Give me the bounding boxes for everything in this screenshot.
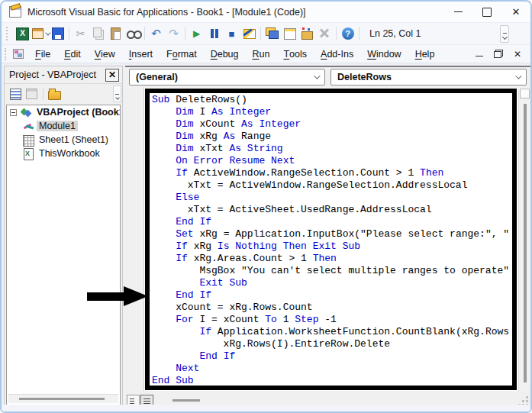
code-line: xRg.Rows(I).EntireRow.Delete — [152, 338, 512, 350]
redo-icon[interactable] — [165, 25, 182, 42]
view-object-icon[interactable] — [24, 86, 40, 102]
menubar-grip[interactable] — [5, 48, 8, 60]
cut-icon[interactable] — [72, 25, 89, 42]
save-icon[interactable] — [49, 25, 66, 42]
sheet-icon — [22, 134, 34, 146]
menu-debug[interactable]: Debug — [204, 45, 246, 63]
design-mode-icon[interactable] — [240, 25, 258, 42]
collapse-icon[interactable] — [10, 109, 17, 116]
window-controls — [443, 2, 530, 22]
code-horizontal-scrollbar[interactable] — [156, 395, 515, 405]
menu-window[interactable]: Window — [360, 45, 408, 63]
code-line: For I = xCount To 1 Step -1 — [152, 314, 512, 326]
view-code-icon[interactable] — [8, 86, 24, 102]
toolbar-group — [72, 25, 142, 42]
tree-item-thisworkbook[interactable]: ThisWorkbook — [7, 147, 120, 160]
chevron-down-icon — [314, 73, 320, 79]
undo-icon[interactable] — [147, 25, 165, 42]
vba-editor-window: Microsoft Visual Basic for Applications … — [0, 0, 532, 413]
properties-window-icon[interactable] — [281, 25, 298, 42]
code-line: Dim I As Integer — [152, 106, 512, 118]
module-window-icon — [13, 49, 24, 59]
project-explorer-panel: Project - VBAProject VBAProject (Book1)M… — [4, 66, 123, 408]
menu-format[interactable]: Format — [160, 45, 204, 63]
code-line: If ActiveWindow.RangeSelection.Count > 1… — [152, 167, 512, 179]
toolbar-separator — [144, 27, 145, 40]
toggle-folders-icon[interactable] — [47, 86, 63, 102]
toolbar-group — [14, 25, 66, 42]
vscrollbar-thumb[interactable] — [524, 104, 527, 382]
copy-icon[interactable] — [89, 25, 107, 42]
code-line: xCount = xRg.Rows.Count — [152, 302, 512, 314]
title-bar: Microsoft Visual Basic for Applications … — [2, 2, 530, 23]
code-line: Dim xRg As Range — [152, 131, 512, 143]
procedure-dropdown[interactable]: DeleteRows — [330, 69, 527, 86]
annotation-rectangle: Sub DeleteRows() Dim I As Integer Dim xC… — [145, 89, 517, 390]
reset-icon[interactable] — [223, 25, 240, 42]
code-line: Dim xCount As Integer — [152, 118, 512, 131]
excel-icon[interactable] — [14, 25, 31, 42]
main-area: Project - VBAProject VBAProject (Book1)M… — [2, 63, 530, 408]
project-panel-close-icon[interactable] — [105, 69, 119, 82]
help-icon[interactable] — [339, 25, 356, 42]
project-toolbar-separator — [43, 89, 44, 100]
tree-item-module1[interactable]: Module1 — [7, 119, 120, 133]
tree-item-label: ThisWorkbook — [37, 148, 102, 159]
chevron-down-icon — [515, 73, 521, 79]
project-panel-title: Project - VBAProject — [9, 69, 105, 80]
scrollbar-top-button[interactable] — [520, 89, 530, 98]
menu-insert[interactable]: Insert — [122, 45, 160, 63]
find-icon[interactable] — [124, 25, 142, 42]
menu-run[interactable]: Run — [246, 45, 277, 63]
mdi-close-icon[interactable] — [514, 50, 521, 59]
toolbar-separator — [260, 27, 261, 40]
menu-file[interactable]: File — [28, 45, 57, 63]
minimize-icon[interactable] — [443, 2, 472, 22]
window-bottom-edge — [2, 405, 530, 411]
menu-add-ins[interactable]: Add-Ins — [314, 45, 360, 63]
toolbar-options-button[interactable] — [500, 25, 509, 43]
menu-tools[interactable]: Tools — [276, 45, 314, 63]
break-icon[interactable] — [205, 25, 223, 42]
line-col-indicator: Ln 25, Col 1 — [369, 28, 421, 39]
window-title: Microsoft Visual Basic for Applications … — [27, 7, 306, 18]
project-tree: VBAProject (Book1)Module1Sheet1 (Sheet1)… — [6, 105, 121, 405]
close-icon[interactable] — [501, 2, 530, 22]
mdi-minimize-icon[interactable] — [476, 56, 483, 56]
menu-help[interactable]: Help — [408, 45, 442, 63]
tree-item-vbaproject-book1-[interactable]: VBAProject (Book1) — [7, 105, 120, 119]
paste-icon[interactable] — [107, 25, 124, 42]
insert-userform-icon[interactable] — [31, 25, 49, 42]
toolbar-grip[interactable] — [6, 27, 11, 40]
object-browser-icon[interactable] — [298, 25, 316, 42]
project-icon — [20, 107, 32, 118]
code-line: Exit Sub — [152, 277, 512, 289]
toolbar-separator — [359, 27, 360, 40]
module-icon — [22, 121, 34, 132]
run-icon[interactable] — [188, 25, 205, 42]
code-text[interactable]: Sub DeleteRows() Dim I As Integer Dim xC… — [152, 94, 512, 386]
menu-bar: FileEditViewInsertFormatDebugRunToolsAdd… — [2, 45, 530, 63]
code-editor-area[interactable]: Sub DeleteRows() Dim I As Integer Dim xC… — [125, 88, 530, 391]
mdi-restore-icon[interactable] — [494, 50, 503, 58]
maximize-icon[interactable] — [472, 2, 501, 22]
toolbox-icon[interactable] — [316, 25, 334, 42]
project-toolbar-options-button[interactable] — [113, 86, 121, 102]
menu-view[interactable]: View — [88, 45, 122, 63]
menu-edit[interactable]: Edit — [57, 45, 88, 63]
code-line: End If — [152, 216, 512, 228]
code-line: Set xRg = Application.InputBox("Please s… — [152, 228, 512, 240]
workbook-icon — [22, 148, 34, 160]
code-vertical-scrollbar[interactable] — [518, 89, 530, 391]
project-explorer-icon[interactable] — [263, 25, 281, 42]
code-line: If xRg Is Nothing Then Exit Sub — [152, 240, 512, 253]
toolbar-group — [188, 25, 258, 42]
toolbar-icons — [14, 25, 356, 42]
menu-items: FileEditViewInsertFormatDebugRunToolsAdd… — [28, 45, 441, 63]
code-line: Next — [152, 363, 512, 375]
object-dropdown[interactable]: (General) — [129, 69, 325, 86]
code-line: End If — [152, 350, 512, 363]
tree-item-label: VBAProject (Book1) — [34, 107, 121, 118]
project-tree-hscrollbar[interactable] — [8, 394, 118, 403]
tree-item-sheet1-sheet1-[interactable]: Sheet1 (Sheet1) — [7, 133, 120, 147]
